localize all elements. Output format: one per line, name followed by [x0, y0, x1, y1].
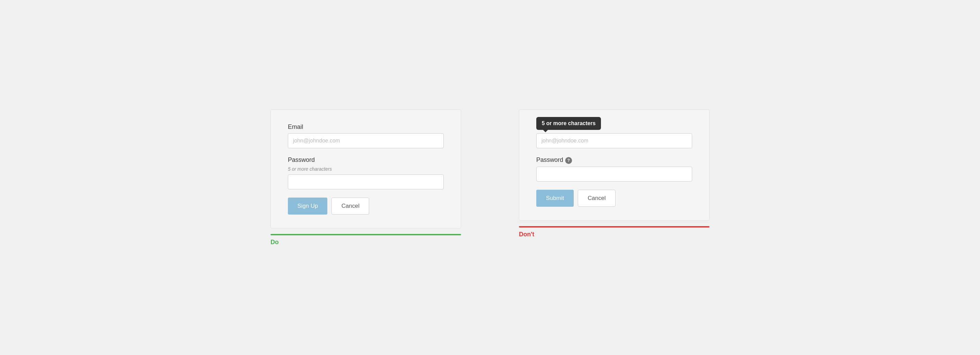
do-example: Email Password 5 or more characters Sign…: [252, 109, 480, 246]
do-button-group: Sign Up Cancel: [288, 198, 444, 215]
dont-form-card: Email 5 or more characters Password ?: [519, 109, 710, 221]
help-icon-wrapper: ?: [565, 157, 572, 164]
dont-email-input[interactable]: [536, 133, 692, 148]
dont-indicator-line: [519, 226, 710, 228]
tooltip-bubble: 5 or more characters: [536, 117, 601, 130]
help-icon[interactable]: ?: [565, 157, 572, 164]
dont-indicator-label: Don't: [519, 231, 534, 238]
do-password-input[interactable]: [288, 174, 444, 189]
dont-cancel-button[interactable]: Cancel: [578, 190, 616, 207]
do-password-field-group: Password 5 or more characters: [288, 157, 444, 189]
tooltip-text: 5 or more characters: [542, 120, 595, 126]
dont-email-field-group: Email 5 or more characters: [536, 124, 692, 148]
do-email-field-group: Email: [288, 124, 444, 148]
dont-email-field-wrapper: 5 or more characters: [536, 133, 692, 148]
do-email-input[interactable]: [288, 133, 444, 148]
do-form-card: Email Password 5 or more characters Sign…: [270, 109, 461, 228]
do-password-label: Password: [288, 157, 444, 163]
submit-button[interactable]: Submit: [536, 190, 574, 207]
dont-password-input[interactable]: [536, 166, 692, 182]
do-indicator-line: [270, 234, 461, 235]
dont-password-label: Password ?: [536, 157, 692, 164]
dont-example: Email 5 or more characters Password ?: [500, 109, 728, 238]
dont-password-field-group: Password ?: [536, 157, 692, 182]
do-password-hint: 5 or more characters: [288, 166, 444, 172]
signup-button[interactable]: Sign Up: [288, 198, 327, 215]
do-indicator-label: Do: [270, 239, 279, 246]
do-email-label: Email: [288, 124, 444, 131]
page-container: Email Password 5 or more characters Sign…: [252, 109, 728, 246]
dont-button-group: Submit Cancel: [536, 190, 692, 207]
do-cancel-button[interactable]: Cancel: [331, 198, 369, 215]
